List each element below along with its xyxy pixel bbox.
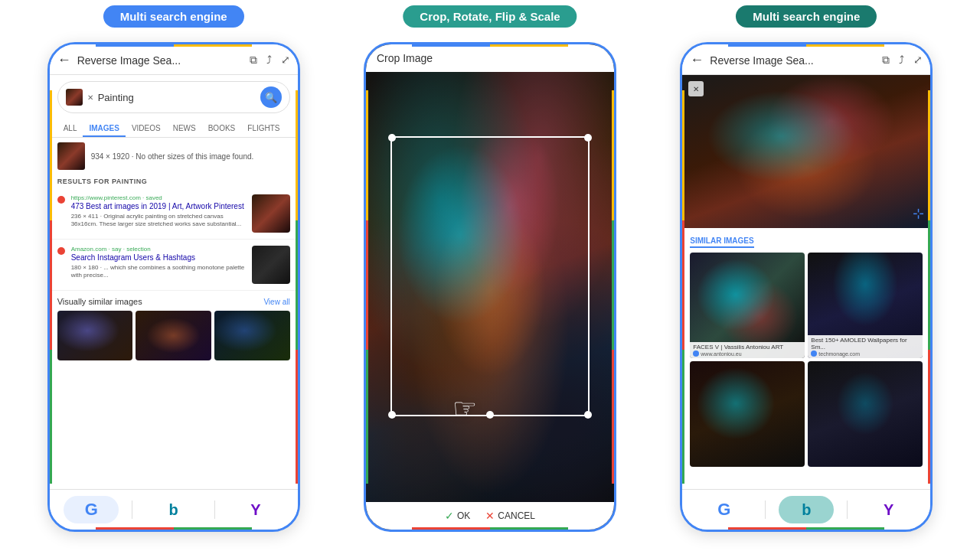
similar-grid-item-1[interactable]: FACES V | Vassilis Antoniou ART www.anto… <box>690 253 805 358</box>
left-accent <box>47 90 52 484</box>
search-input[interactable]: Painting <box>98 92 256 103</box>
right-bing-nav-button[interactable]: b <box>779 496 834 523</box>
close-button[interactable]: ✕ <box>688 81 704 96</box>
image-info-text: 934 × 1920 · No other sizes of this imag… <box>91 152 254 161</box>
site-favicon-2 <box>811 350 817 357</box>
right-share-icon[interactable]: ⤴ <box>899 54 904 67</box>
right-bing-logo: b <box>802 501 811 519</box>
similar-image-1[interactable] <box>57 311 133 360</box>
tab-all[interactable]: ALL <box>57 119 83 137</box>
search-tabs: ALL IMAGES VIDEOS NEWS BOOKS FLIGHTS <box>50 119 298 138</box>
top-accent <box>96 42 252 47</box>
main-painting-preview <box>682 75 930 228</box>
result-favicon-1 <box>57 196 65 204</box>
middle-top-accent <box>412 42 568 47</box>
right-phone-frame: ← Reverse Image Sea... ⧉ ⤴ ⤢ ✕ ⊹ SIMILAR… <box>680 42 933 532</box>
back-icon[interactable]: ← <box>57 52 71 68</box>
result-desc-1: 236 × 411 · Original acrylic painting on… <box>71 213 246 229</box>
right-bottom-accent <box>728 527 884 532</box>
ok-label: OK <box>457 510 470 521</box>
right-top-bar-icons: ⧉ ⤴ ⤢ <box>882 54 923 67</box>
crop-box[interactable] <box>390 136 589 416</box>
middle-phone-frame: Crop Image ☞ ✓ OK <box>364 42 616 532</box>
right-copy-icon[interactable]: ⧉ <box>882 54 890 67</box>
crop-ok-button[interactable]: ✓ OK <box>445 510 470 522</box>
view-all-button[interactable]: View all <box>263 298 289 306</box>
x-cancel-icon: ✕ <box>485 510 495 522</box>
right-back-icon[interactable]: ← <box>690 52 704 68</box>
tab-images[interactable]: IMAGES <box>83 119 125 137</box>
right-top-bar: ← Reverse Image Sea... ⧉ ⤴ ⤢ <box>682 44 930 75</box>
crop-image-area[interactable]: ☞ <box>366 72 614 502</box>
result-content-1: https://www.pinterest.com · saved 473 Be… <box>71 194 246 229</box>
result-desc-2: 180 × 180 · ... which she combines a soo… <box>71 264 246 280</box>
page-title: Reverse Image Sea... <box>77 54 243 67</box>
right-left-accent <box>680 90 684 484</box>
search-button[interactable]: 🔍 <box>260 86 282 108</box>
right-nav-divider-1 <box>765 500 766 519</box>
result-title-1: 473 Best art images in 2019 | Art, Artwo… <box>71 201 246 211</box>
right-top-accent <box>728 42 884 47</box>
similar-grid-info-1: FACES V | Vassilis Antoniou ART www.anto… <box>690 342 805 358</box>
similar-grid-item-2[interactable]: Best 150+ AMOLED Wallpapers for Sm... te… <box>808 253 923 358</box>
bing-nav-button[interactable]: b <box>146 496 201 523</box>
right-panel: Multi search engine ← Reverse Image Sea.… <box>680 19 933 532</box>
result-thumb-1 <box>252 194 290 233</box>
nav-divider-1 <box>132 500 132 519</box>
right-google-logo: G <box>717 500 730 520</box>
site-url-2: techmonage.com <box>818 351 860 357</box>
similar-image-2[interactable] <box>136 311 211 360</box>
check-icon: ✓ <box>445 510 454 522</box>
tab-videos[interactable]: VIDEOS <box>126 119 167 137</box>
tab-flights[interactable]: FLIGHTS <box>241 119 286 137</box>
similar-grid-item-3[interactable] <box>690 361 805 467</box>
clear-icon[interactable]: ✕ <box>87 93 93 102</box>
bottom-accent <box>96 527 252 532</box>
crop-cancel-button[interactable]: ✕ CANCEL <box>485 510 535 522</box>
similar-images <box>57 311 290 360</box>
camera-scan-icon[interactable]: ⊹ <box>913 205 924 222</box>
external-link-icon[interactable]: ⤢ <box>281 54 290 67</box>
left-phone-frame: ← Reverse Image Sea... ⧉ ⤴ ⤢ ✕ Painting … <box>47 42 300 532</box>
similar-grid-info-2: Best 150+ AMOLED Wallpapers for Sm... te… <box>808 335 923 358</box>
result-thumb-2 <box>252 246 290 284</box>
crop-inner-area <box>392 138 587 414</box>
top-bar: ← Reverse Image Sea... ⧉ ⤴ ⤢ <box>50 44 298 75</box>
main-image-area: ✕ ⊹ <box>682 75 930 228</box>
right-yahoo-nav-button[interactable]: Y <box>861 496 916 523</box>
tab-news[interactable]: NEWS <box>167 119 202 137</box>
left-panel: Multi search engine ← Reverse Image Sea.… <box>47 19 300 532</box>
hand-cursor-icon: ☞ <box>452 393 477 425</box>
similar-images-label: SIMILAR IMAGES <box>690 236 753 248</box>
right-phone-screen: ← Reverse Image Sea... ⧉ ⤴ ⤢ ✕ ⊹ SIMILAR… <box>682 44 930 530</box>
top-bar-icons: ⧉ ⤴ ⤢ <box>250 54 290 67</box>
tab-books[interactable]: BOOKS <box>202 119 242 137</box>
google-nav-button[interactable]: G <box>64 496 119 523</box>
similar-grid-url-1: www.antoniou.eu <box>693 350 802 357</box>
crop-top-bar: Crop Image <box>366 44 614 72</box>
result-content-2: Amazon.com · say · selection Search Inst… <box>71 246 246 280</box>
similar-header: Visually similar images View all <box>57 297 290 306</box>
right-google-nav-button[interactable]: G <box>697 496 752 523</box>
result-item-2[interactable]: Amazon.com · say · selection Search Inst… <box>50 240 298 291</box>
cancel-label: CANCEL <box>498 510 535 521</box>
similar-images-section: SIMILAR IMAGES FACES V | Vassilis Antoni… <box>682 228 930 489</box>
crop-title: Crop Image <box>377 52 433 64</box>
result-item-1[interactable]: https://www.pinterest.com · saved 473 Be… <box>50 188 298 240</box>
middle-badge: Crop, Rotate, Flip & Scale <box>403 5 577 28</box>
right-nav-divider-2 <box>847 500 848 519</box>
yahoo-nav-button[interactable]: Y <box>228 496 283 523</box>
result-title-2: Search Instagram Users & Hashtags <box>71 253 246 262</box>
search-bar[interactable]: ✕ Painting 🔍 <box>57 81 290 113</box>
google-logo: G <box>85 500 98 520</box>
share-icon[interactable]: ⤴ <box>266 54 272 67</box>
copy-icon[interactable]: ⧉ <box>250 54 257 67</box>
similar-grid: FACES V | Vassilis Antoniou ART www.anto… <box>690 253 923 467</box>
yahoo-logo: Y <box>250 501 260 519</box>
right-external-link-icon[interactable]: ⤢ <box>913 54 923 67</box>
result-url-1: https://www.pinterest.com · saved <box>71 194 246 201</box>
similar-grid-title-1: FACES V | Vassilis Antoniou ART <box>693 344 802 350</box>
similar-title: Visually similar images <box>57 297 142 306</box>
similar-grid-item-4[interactable] <box>808 361 923 467</box>
similar-image-3[interactable] <box>214 311 290 360</box>
